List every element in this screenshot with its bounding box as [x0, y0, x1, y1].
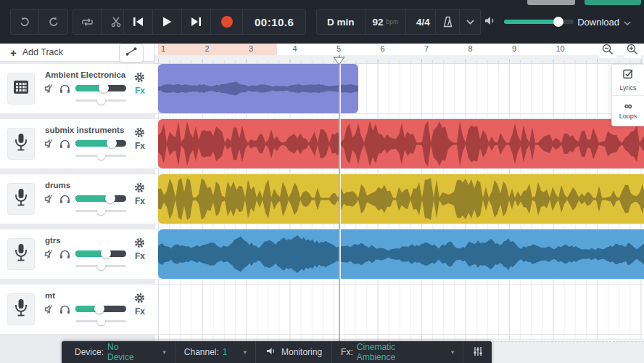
- track-fx-button[interactable]: Fx: [135, 306, 145, 317]
- track-volume-knob[interactable]: [101, 248, 111, 258]
- playhead-line[interactable]: [339, 55, 340, 341]
- track-settings-button[interactable]: [134, 237, 145, 251]
- headphones-button[interactable]: [59, 139, 70, 152]
- track-pan-slider[interactable]: [75, 99, 126, 102]
- track-pan-knob[interactable]: [97, 207, 105, 215]
- track-volume-knob[interactable]: [105, 193, 115, 203]
- track-row[interactable]: mt Fx: [0, 285, 154, 334]
- track-volume-knob[interactable]: [94, 303, 104, 314]
- track-volume-slider[interactable]: [75, 85, 126, 91]
- timeline-subruler[interactable]: [154, 55, 644, 64]
- track-pan-slider[interactable]: [75, 265, 126, 267]
- track-volume-slider[interactable]: [75, 306, 126, 312]
- track-settings-button[interactable]: [134, 182, 145, 196]
- mute-button[interactable]: [44, 249, 55, 262]
- play-button[interactable]: [153, 9, 182, 34]
- zoom-in-button[interactable]: [624, 44, 641, 58]
- caret-down-icon: ▾: [162, 348, 166, 356]
- track-settings-button[interactable]: [134, 72, 145, 86]
- volume-slider-fill: [504, 20, 558, 24]
- caret-down-icon: ▾: [451, 348, 455, 356]
- audio-region[interactable]: [158, 64, 358, 113]
- track-row[interactable]: gtrs Fx: [0, 229, 154, 279]
- mute-button[interactable]: [44, 194, 55, 207]
- loops-button[interactable]: ∞ Loops: [612, 95, 644, 126]
- track-type-button[interactable]: [7, 183, 35, 215]
- track-pan-knob[interactable]: [97, 317, 105, 325]
- track-fx-button[interactable]: Fx: [135, 196, 145, 206]
- device-select[interactable]: Device: No Device ▾: [62, 341, 175, 363]
- daw-app: 00:10.6 D min 92 bpm 4/4: [0, 0, 644, 363]
- automation-button[interactable]: [119, 44, 144, 62]
- key-selector[interactable]: D min: [317, 9, 366, 34]
- monitoring-toggle[interactable]: Monitoring: [255, 341, 331, 363]
- track-pan-slider[interactable]: [75, 155, 126, 157]
- mute-button[interactable]: [44, 139, 55, 152]
- track-pan-slider[interactable]: [75, 320, 126, 322]
- track-type-button[interactable]: [7, 293, 35, 325]
- loops-icon: ∞: [624, 102, 632, 110]
- headphones-button[interactable]: [59, 249, 70, 262]
- timeline-lanes[interactable]: [154, 64, 644, 341]
- channel-label: Channel:: [184, 347, 219, 357]
- record-button[interactable]: [211, 9, 243, 34]
- mixer-button[interactable]: [463, 341, 492, 363]
- metronome-dropdown-button[interactable]: [460, 9, 480, 34]
- track-pan-knob[interactable]: [97, 262, 105, 270]
- track-pan-slider[interactable]: [75, 210, 126, 212]
- add-track-button[interactable]: + Add Track: [10, 47, 63, 58]
- loop-button[interactable]: [73, 9, 102, 34]
- headphones-button[interactable]: [59, 83, 70, 97]
- track-pan-knob[interactable]: [97, 152, 105, 160]
- undo-button[interactable]: [11, 9, 39, 34]
- track-volume-slider[interactable]: [75, 250, 126, 257]
- lyrics-label: Lyrics: [619, 84, 636, 91]
- play-icon: [162, 17, 172, 27]
- redo-button[interactable]: [39, 9, 67, 34]
- track-type-button[interactable]: [7, 238, 35, 270]
- row-divider: [154, 339, 644, 340]
- volume-slider-knob[interactable]: [553, 17, 564, 27]
- volume-icon[interactable]: [484, 15, 497, 29]
- track-volume-slider[interactable]: [75, 195, 126, 202]
- track-fx-button[interactable]: Fx: [135, 251, 145, 261]
- tempo-selector[interactable]: 92 bpm: [366, 9, 407, 34]
- transport-group: 00:10.6: [123, 9, 306, 35]
- audio-region[interactable]: [158, 119, 644, 168]
- row-divider: [154, 279, 644, 280]
- track-row[interactable]: drums Fx: [0, 174, 154, 224]
- lyrics-button[interactable]: Lyrics: [612, 65, 644, 95]
- download-button[interactable]: Download: [573, 9, 635, 35]
- track-fx-button[interactable]: Fx: [135, 86, 145, 96]
- track-settings-button[interactable]: [134, 127, 145, 141]
- skip-back-button[interactable]: [124, 9, 153, 34]
- caret-down-icon: ▾: [244, 348, 247, 356]
- track-row[interactable]: Ambient Electronica Fx: [0, 64, 154, 113]
- partial-teal-button[interactable]: [585, 0, 641, 5]
- playhead-marker[interactable]: [333, 55, 345, 68]
- mute-button[interactable]: [44, 83, 55, 97]
- track-settings-button[interactable]: [134, 293, 145, 306]
- audio-region[interactable]: [158, 174, 644, 224]
- timeline-ruler[interactable]: 1234567891011: [154, 44, 644, 55]
- track-row[interactable]: submix instruments Fx: [0, 119, 154, 168]
- track-fx-button[interactable]: Fx: [135, 141, 145, 151]
- zoom-out-button[interactable]: [599, 44, 616, 58]
- headphones-button[interactable]: [59, 304, 70, 317]
- audio-region[interactable]: [158, 229, 644, 279]
- track-type-button[interactable]: [7, 73, 35, 105]
- metronome-button[interactable]: [436, 9, 460, 34]
- track-type-button[interactable]: [7, 128, 35, 160]
- skip-forward-button[interactable]: [182, 9, 211, 34]
- track-volume-knob[interactable]: [99, 83, 109, 93]
- mute-button[interactable]: [44, 304, 55, 317]
- fx-select[interactable]: Fx: Cinematic Ambience ▾: [331, 341, 463, 363]
- partial-gray-button[interactable]: [527, 0, 575, 5]
- track-volume-slider[interactable]: [75, 140, 126, 147]
- record-icon: [221, 16, 233, 28]
- track-pan-knob[interactable]: [97, 97, 105, 105]
- headphones-button[interactable]: [59, 194, 70, 207]
- master-volume-slider[interactable]: [504, 20, 574, 24]
- track-volume-knob[interactable]: [107, 138, 117, 148]
- channel-select[interactable]: Channel: 1 ▾: [176, 341, 255, 363]
